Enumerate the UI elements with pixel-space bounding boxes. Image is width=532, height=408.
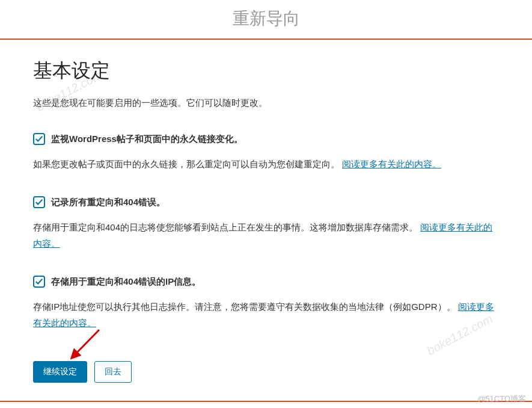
option-label: 记录所有重定向和404错误。 (51, 197, 165, 208)
content-panel: 基本设定 这些是您现在可能要启用的一些选项。它们可以随时更改。 监视WordPr… (0, 40, 532, 402)
button-row: 继续设定 回去 (33, 361, 499, 383)
footer-credit: @51CTO博客 (477, 394, 526, 404)
option-label: 监视WordPress帖子和页面中的永久链接变化。 (51, 134, 243, 145)
option-label: 存储用于重定向和404错误的IP信息。 (51, 276, 201, 288)
checkbox-store-ip[interactable] (33, 276, 45, 288)
check-icon (35, 277, 43, 286)
desc-text: 存储IP地址使您可以执行其他日志操作。请注意，您将需要遵守有关数据收集的当地法律… (33, 301, 456, 312)
checkbox-monitor-permalinks[interactable] (33, 133, 45, 145)
read-more-link[interactable]: 阅读更多有关此的内容。 (342, 159, 441, 169)
intro-text: 这些是您现在可能要启用的一些选项。它们可以随时更改。 (33, 97, 499, 109)
option-description: 如果您更改帖子或页面中的永久链接，那么重定向可以自动为您创建重定向。 阅读更多有… (33, 156, 499, 172)
option-log-redirects: 记录所有重定向和404错误。 存储用于重定向和404的日志将使您能够看到站点上正… (33, 196, 499, 252)
option-monitor-permalinks: 监视WordPress帖子和页面中的永久链接变化。 如果您更改帖子或页面中的永久… (33, 133, 499, 172)
page-title: 重新导向 (0, 0, 532, 40)
desc-text: 如果您更改帖子或页面中的永久链接，那么重定向可以自动为您创建重定向。 (33, 159, 340, 169)
option-description: 存储IP地址使您可以执行其他日志操作。请注意，您将需要遵守有关数据收集的当地法律… (33, 298, 499, 331)
continue-button[interactable]: 继续设定 (33, 361, 87, 383)
check-icon (35, 198, 43, 206)
checkbox-log-redirects[interactable] (33, 196, 45, 208)
back-button[interactable]: 回去 (94, 361, 132, 383)
section-heading: 基本设定 (33, 58, 499, 84)
option-description: 存储用于重定向和404的日志将使您能够看到站点上正在发生的事情。这将增加数据库存… (33, 219, 499, 252)
desc-text: 存储用于重定向和404的日志将使您能够看到站点上正在发生的事情。这将增加数据库存… (33, 222, 418, 232)
check-icon (35, 135, 43, 143)
option-store-ip: 存储用于重定向和404错误的IP信息。 存储IP地址使您可以执行其他日志操作。请… (33, 276, 499, 331)
